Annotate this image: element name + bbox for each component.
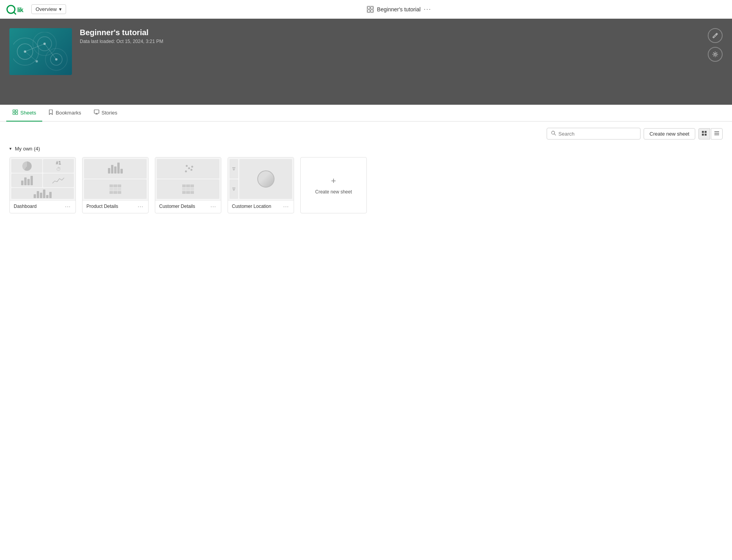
tab-stories[interactable]: Stories [88,105,124,122]
svg-rect-30 [702,131,704,133]
tc-4 [109,188,113,190]
dashboard-card-footer: Dashboard ··· [10,200,75,212]
settings-button[interactable] [708,47,723,62]
dashboard-more-button[interactable]: ··· [64,203,72,209]
thumb-cell-pie [11,159,42,173]
create-sheet-button[interactable]: Create new sheet [644,128,695,140]
sheet-card-product-details[interactable]: Product Details ··· [82,157,149,213]
filter-icon-2 [232,187,236,191]
mini-pie-chart [22,161,32,171]
mini-bar-chart-2 [33,188,52,199]
bar-4 [30,176,33,185]
grid-view-icon [702,131,707,136]
grid-view-button[interactable] [698,128,710,140]
bar-6 [37,191,39,198]
customer-location-more-button[interactable]: ··· [282,203,290,209]
stories-icon [94,109,99,115]
sheet-icon [367,6,373,13]
app-info-title: Beginner's tutorial [80,28,163,37]
bar-9 [46,195,48,198]
overview-dropdown[interactable]: Overview ▾ [31,4,66,14]
tab-sheets[interactable]: Sheets [6,105,42,122]
customer-thumb-scatter [157,159,219,179]
svg-rect-42 [233,190,235,191]
customer-details-more-button[interactable]: ··· [210,203,217,209]
search-icon-svg [551,131,556,136]
filter-icon-1 [232,167,236,171]
kpi-number: #1 [56,160,61,166]
list-view-button[interactable] [711,128,723,140]
toolbar: Create new sheet [9,128,723,140]
svg-line-29 [554,134,556,136]
search-box[interactable] [547,128,640,140]
thumbnail-graphic [13,32,68,71]
sheet-card-customer-location[interactable]: Customer Location ··· [228,157,294,213]
tc-9 [118,191,121,194]
tc-1 [109,184,113,187]
customer-mini-table [182,184,194,194]
dashboard-card-name: Dashboard [14,204,37,209]
sheet-card-customer-details[interactable]: Customer Details ··· [155,157,221,213]
product-more-button[interactable]: ··· [137,203,144,209]
section-header[interactable]: ▾ My own (4) [9,146,723,152]
tc-2 [113,184,117,187]
product-card-name: Product Details [86,204,118,209]
svg-rect-25 [94,110,99,113]
thumb-cell-combo [11,188,74,199]
svg-rect-23 [13,113,15,115]
svg-rect-21 [13,110,15,112]
ctc-8 [186,191,190,194]
ctc-5 [186,188,190,190]
app-nav-icon [367,6,374,13]
content-area: Create new sheet ▾ My own (4) [0,122,732,356]
pbar-2 [111,165,113,174]
tc-3 [118,184,121,187]
customer-thumb-table [157,179,219,199]
customer-details-thumb [155,157,221,200]
nav-center: Beginner's tutorial ··· [72,6,726,13]
list-view-icon [714,131,719,136]
loc-map-cell [239,159,292,199]
location-left-col [230,159,238,199]
product-thumb-bar [84,159,147,179]
ctc-3 [190,184,194,187]
edit-icon [712,32,718,39]
product-mini-bar [107,163,124,174]
ctc-6 [190,188,194,190]
svg-text:lik: lik [17,7,23,13]
mini-bar-chart [20,175,34,186]
customer-details-card-footer: Customer Details ··· [155,200,221,212]
gear-icon [712,51,718,57]
bar-1 [21,181,23,185]
svg-rect-32 [702,134,704,136]
tc-7 [109,191,113,194]
tab-bookmarks[interactable]: Bookmarks [42,105,87,122]
nav-more-button[interactable]: ··· [424,6,431,13]
create-new-sheet-card[interactable]: + Create new sheet [300,157,367,213]
app-info-subtitle: Data last loaded: Oct 15, 2024, 3:21 PM [80,39,163,44]
svg-rect-39 [233,170,235,170]
create-card-label: Create new sheet [315,189,352,195]
search-input[interactable] [558,131,636,137]
svg-rect-33 [705,134,707,136]
top-nav: lik Overview ▾ Beginner's tutorial ··· [0,0,732,19]
bar-5 [34,194,36,198]
sheet-card-dashboard[interactable]: #1 ⏱ [9,157,76,213]
qlik-logo: lik [6,4,25,15]
svg-line-19 [25,52,37,61]
qlik-logo-svg: lik [6,4,25,15]
bar-10 [49,192,52,198]
dot-4 [190,169,192,171]
nav-app-title: Beginner's tutorial [377,6,421,13]
svg-rect-41 [233,189,235,190]
tabs-bar: Sheets Bookmarks Stories [0,105,732,122]
header-banner: Beginner's tutorial Data last loaded: Oc… [0,19,732,105]
app-thumbnail [9,28,72,75]
customer-location-card-name: Customer Location [232,204,271,209]
bar-7 [40,193,42,198]
product-thumb [83,157,148,200]
pbar-1 [108,168,110,174]
sheets-grid: #1 ⏱ [9,157,723,213]
location-thumb [228,157,294,200]
edit-button[interactable] [708,28,723,43]
